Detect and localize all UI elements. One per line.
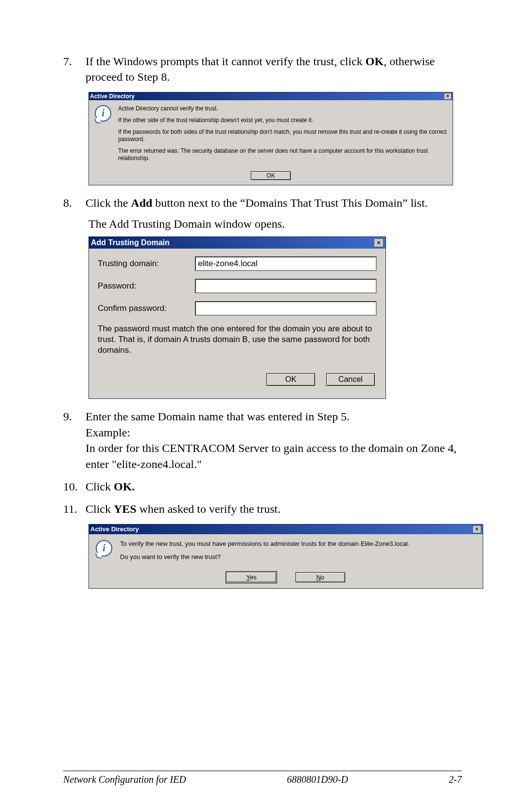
footer-left: Network Configuration for IED <box>63 774 186 785</box>
info-icon: i <box>95 105 111 122</box>
yes-button[interactable]: Yes <box>227 572 276 582</box>
step-10: 10. Click OK. <box>63 479 462 494</box>
step-7: 7. If the Windows prompts that it cannot… <box>63 54 462 85</box>
ok-button[interactable]: OK <box>266 373 315 386</box>
page-footer: Network Configuration for IED 6880801D90… <box>63 771 462 785</box>
dialog-message: To verify the new trust, you must have p… <box>120 540 476 566</box>
password-input[interactable] <box>195 279 377 293</box>
step-8-result: The Add Trusting Domain window opens. <box>88 217 462 231</box>
password-label: Password: <box>98 281 195 291</box>
step-number: 7. <box>63 54 86 85</box>
close-icon[interactable]: × <box>444 93 452 100</box>
step-8: 8. Click the Add button next to the “Dom… <box>63 195 462 211</box>
titlebar: Active Directory × <box>89 524 483 534</box>
step-11: 11. Click YES when asked to verify the t… <box>63 501 462 517</box>
step-text: Click OK. <box>86 479 462 494</box>
dialog-message: Active Directory cannot verify the trust… <box>118 105 447 166</box>
step-9: 9. Enter the same Domain name that was e… <box>63 409 462 472</box>
trusting-domain-input[interactable]: elite-zone4.local <box>195 256 377 271</box>
titlebar: Active Directory × <box>89 92 453 100</box>
dialog-title: Active Directory <box>90 525 139 533</box>
info-icon: i <box>96 540 112 557</box>
dialog-title: Active Directory <box>90 93 135 100</box>
footer-right: 2-7 <box>449 774 462 785</box>
confirm-password-label: Confirm password: <box>98 304 195 313</box>
trusting-domain-label: Trusting domain: <box>98 259 195 269</box>
step-number: 8. <box>63 195 86 211</box>
dialog-title: Add Trusting Domain <box>91 238 170 247</box>
cancel-button[interactable]: Cancel <box>326 373 375 386</box>
titlebar: Add Trusting Domain × <box>89 237 385 249</box>
step-number: 11. <box>63 501 86 517</box>
no-button[interactable]: No <box>296 572 345 582</box>
footer-center: 6880801D90-D <box>287 774 348 785</box>
close-icon[interactable]: × <box>472 525 481 533</box>
dialog-active-directory-error: Active Directory × i Active Directory ca… <box>88 92 453 185</box>
dialog-verify-trust: Active Directory × i To verify the new t… <box>88 524 483 589</box>
confirm-password-input[interactable] <box>195 301 377 316</box>
step-text: If the Windows prompts that it cannot ve… <box>86 54 462 85</box>
step-number: 9. <box>63 409 86 472</box>
ok-button[interactable]: OK <box>251 171 291 180</box>
close-icon[interactable]: × <box>374 238 384 247</box>
dialog-add-trusting-domain: Add Trusting Domain × Trusting domain: e… <box>88 236 386 399</box>
step-text: Click YES when asked to verify the trust… <box>86 501 462 517</box>
step-text: Enter the same Domain name that was ente… <box>86 409 462 472</box>
password-note: The password must match the one entered … <box>98 324 377 356</box>
step-text: Click the Add button next to the “Domain… <box>86 195 462 211</box>
step-number: 10. <box>63 479 86 494</box>
